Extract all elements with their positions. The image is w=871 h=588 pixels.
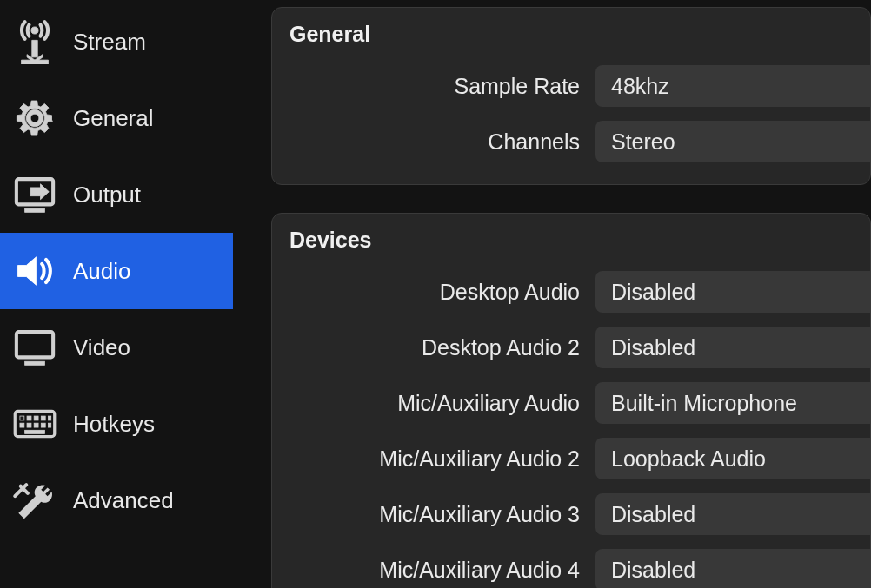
svg-rect-9 bbox=[41, 416, 45, 420]
label-channels: Channels bbox=[284, 129, 595, 155]
panel-title: General bbox=[284, 17, 870, 63]
app-root: Stream General Output bbox=[0, 0, 871, 588]
select-mic-aux-4[interactable]: Disabled bbox=[595, 549, 870, 588]
sidebar-item-stream[interactable]: Stream bbox=[0, 3, 233, 80]
sidebar-item-audio[interactable]: Audio bbox=[0, 233, 233, 309]
sidebar-item-label: Audio bbox=[73, 258, 131, 285]
svg-rect-8 bbox=[34, 416, 38, 420]
svg-rect-4 bbox=[25, 361, 45, 365]
sidebar-item-label: Video bbox=[73, 334, 130, 361]
label-sample-rate: Sample Rate bbox=[284, 74, 595, 99]
monitor-icon bbox=[9, 321, 61, 373]
label-desktop-audio-2: Desktop Audio 2 bbox=[284, 335, 595, 360]
row-desktop-audio: Desktop Audio Disabled bbox=[284, 268, 870, 315]
select-desktop-audio[interactable]: Disabled bbox=[595, 271, 870, 313]
select-mic-aux-1[interactable]: Built-in Microphone bbox=[595, 382, 870, 424]
row-mic-aux-3: Mic/Auxiliary Audio 3 Disabled bbox=[284, 491, 870, 538]
svg-rect-16 bbox=[25, 430, 45, 433]
tools-icon bbox=[9, 474, 61, 526]
sidebar-item-label: Hotkeys bbox=[73, 411, 155, 438]
label-mic-aux-1: Mic/Auxiliary Audio bbox=[284, 391, 595, 416]
settings-sidebar: Stream General Output bbox=[0, 0, 233, 588]
svg-rect-3 bbox=[17, 332, 53, 357]
svg-point-0 bbox=[31, 27, 38, 34]
sidebar-item-advanced[interactable]: Advanced bbox=[0, 462, 233, 538]
label-desktop-audio: Desktop Audio bbox=[284, 280, 595, 305]
sidebar-item-label: General bbox=[73, 105, 154, 132]
settings-content: General Sample Rate 48khz Channels Stere… bbox=[233, 0, 871, 588]
svg-rect-13 bbox=[34, 423, 38, 427]
sidebar-item-video[interactable]: Video bbox=[0, 309, 233, 386]
label-mic-aux-3: Mic/Auxiliary Audio 3 bbox=[284, 502, 595, 527]
select-mic-aux-2[interactable]: Loopback Audio bbox=[595, 438, 870, 479]
svg-rect-12 bbox=[27, 423, 31, 427]
sidebar-item-output[interactable]: Output bbox=[0, 156, 233, 233]
select-mic-aux-3[interactable]: Disabled bbox=[595, 493, 870, 535]
svg-rect-15 bbox=[48, 423, 50, 427]
panel-title: Devices bbox=[284, 222, 870, 268]
select-sample-rate[interactable]: 48khz bbox=[595, 65, 870, 107]
svg-rect-7 bbox=[27, 416, 31, 420]
panel-devices: Devices Desktop Audio Disabled Desktop A… bbox=[271, 213, 871, 588]
broadcast-icon bbox=[9, 16, 61, 68]
sidebar-item-general[interactable]: General bbox=[0, 80, 233, 156]
gear-icon bbox=[9, 92, 61, 144]
speaker-icon bbox=[9, 245, 61, 297]
select-channels[interactable]: Stereo bbox=[595, 121, 870, 162]
svg-rect-6 bbox=[20, 416, 24, 420]
svg-rect-2 bbox=[25, 208, 45, 212]
svg-rect-11 bbox=[20, 423, 24, 427]
svg-rect-14 bbox=[41, 423, 45, 427]
row-sample-rate: Sample Rate 48khz bbox=[284, 63, 870, 109]
row-desktop-audio-2: Desktop Audio 2 Disabled bbox=[284, 324, 870, 371]
panel-general: General Sample Rate 48khz Channels Stere… bbox=[271, 7, 871, 185]
label-mic-aux-4: Mic/Auxiliary Audio 4 bbox=[284, 558, 595, 583]
row-channels: Channels Stereo bbox=[284, 118, 870, 165]
sidebar-item-label: Output bbox=[73, 182, 141, 208]
row-mic-aux-2: Mic/Auxiliary Audio 2 Loopback Audio bbox=[284, 435, 870, 482]
row-mic-aux-4: Mic/Auxiliary Audio 4 Disabled bbox=[284, 546, 870, 588]
sidebar-item-label: Advanced bbox=[73, 487, 174, 514]
output-icon bbox=[9, 168, 61, 221]
keyboard-icon bbox=[9, 398, 61, 450]
sidebar-item-label: Stream bbox=[73, 29, 146, 56]
sidebar-item-hotkeys[interactable]: Hotkeys bbox=[0, 386, 233, 462]
svg-rect-10 bbox=[48, 416, 50, 420]
row-mic-aux-1: Mic/Auxiliary Audio Built-in Microphone bbox=[284, 380, 870, 426]
label-mic-aux-2: Mic/Auxiliary Audio 2 bbox=[284, 446, 595, 472]
select-desktop-audio-2[interactable]: Disabled bbox=[595, 327, 870, 368]
